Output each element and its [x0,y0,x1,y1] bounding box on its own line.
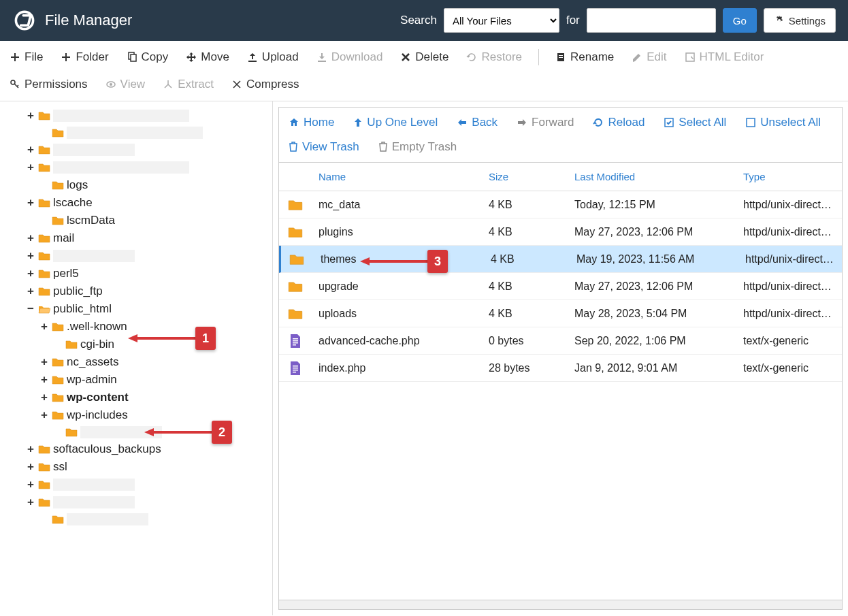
tree-item-wp-includes[interactable]: +wp-includes [26,406,272,424]
back-button[interactable]: Back [455,113,499,132]
callout-2: 2 [212,421,232,444]
folder-icon [288,280,303,293]
move-button[interactable]: Move [184,46,231,68]
compress-icon [231,79,242,90]
arrow-3 [360,255,428,268]
tree-item-softaculous[interactable]: +softaculous_backups [26,440,272,458]
tree-item[interactable]: + [26,247,272,265]
view-trash-button[interactable]: View Trash [287,137,361,157]
svg-marker-19 [144,428,154,436]
trash-icon [378,142,388,152]
grid-header[interactable]: Name Size Last Modified Type [279,163,842,191]
arrow-1 [128,331,196,345]
search-input[interactable] [587,8,716,33]
rename-button[interactable]: Rename [554,46,615,68]
tree-item-public-ftp[interactable]: +public_ftp [26,282,272,300]
extract-button: Extract [161,74,215,95]
tree-item-nc-assets[interactable]: +nc_assets [26,353,272,371]
svg-point-13 [110,83,112,86]
col-size[interactable]: Size [482,163,568,191]
forward-icon [517,118,527,127]
reload-icon [593,117,604,128]
file-button[interactable]: File [8,46,44,68]
tree-item-ssl[interactable]: +ssl [26,458,272,476]
content-toolbar: Home Up One Level Back Forward Reload Se… [278,107,843,163]
folder-tree[interactable]: + + + logs +lscache lscmData +mail + +pe… [0,101,272,615]
home-button[interactable]: Home [287,113,336,132]
tree-item[interactable] [26,511,272,528]
plus-icon [61,52,71,63]
restore-button: Restore [465,46,523,68]
settings-button[interactable]: Settings [764,8,836,33]
download-icon [316,52,327,63]
permissions-button[interactable]: Permissions [8,74,89,95]
arrow-2 [144,425,212,439]
edit-icon [632,52,642,63]
file-row[interactable]: uploads4 KBMay 28, 2023, 5:04 PMhttpd/un… [279,300,842,327]
check-icon [664,117,674,128]
copy-button[interactable]: Copy [125,46,170,68]
search-scope-select[interactable]: All Your Files [444,8,559,33]
view-button: View [104,74,147,95]
tree-item-lscache[interactable]: +lscache [26,194,272,212]
col-name[interactable]: Name [312,163,482,191]
content-panel: Home Up One Level Back Forward Reload Se… [272,101,848,615]
upload-button[interactable]: Upload [246,46,300,68]
move-icon [186,52,197,63]
file-row[interactable]: upgrade4 KBMay 27, 2023, 12:06 PMhttpd/u… [279,273,842,300]
folder-button[interactable]: Folder [59,46,110,68]
home-icon [289,117,299,128]
edit-button: Edit [630,46,668,68]
plus-icon [10,52,20,63]
file-icon [289,334,301,348]
col-modified[interactable]: Last Modified [568,163,736,191]
go-button[interactable]: Go [723,8,757,33]
svg-rect-8 [559,55,563,56]
main-toolbar: File Folder Copy Move Upload Download De… [0,41,848,101]
tree-item[interactable]: + [26,107,272,125]
svg-rect-9 [559,57,563,58]
restore-icon [466,52,477,63]
tree-item-lscmdata[interactable]: lscmData [26,212,272,229]
file-row[interactable]: mc_data4 KBToday, 12:15 PMhttpd/unix-dir… [279,191,842,218]
tree-item[interactable]: + [26,141,272,159]
tree-item-perl5[interactable]: +perl5 [26,265,272,282]
file-row[interactable]: advanced-cache.php0 bytesSep 20, 2022, 1… [279,327,842,355]
svg-rect-15 [747,118,755,127]
tree-item[interactable]: + [26,159,272,176]
callout-1: 1 [195,327,216,350]
tree-item[interactable]: + [26,476,272,493]
unselect-all-button[interactable]: Unselect All [744,113,822,132]
tree-item-logs[interactable]: logs [26,176,272,194]
key-icon [10,79,20,90]
svg-marker-17 [128,334,137,342]
tree-item[interactable]: + [26,493,272,511]
gear-icon [774,15,785,26]
file-icon [289,361,301,376]
download-button: Download [315,46,385,68]
uncheck-icon [745,117,756,128]
eye-icon [105,79,116,90]
for-label: for [566,14,580,27]
svg-rect-10 [686,53,694,61]
col-type[interactable]: Type [736,163,842,191]
compress-button[interactable]: Compress [230,74,300,95]
tree-item[interactable] [26,125,272,141]
select-all-button[interactable]: Select All [662,113,728,132]
up-button[interactable]: Up One Level [352,113,439,132]
back-icon [457,118,468,127]
tree-item-mail[interactable]: +mail [26,229,272,247]
tree-item-wp-admin[interactable]: +wp-admin [26,371,272,389]
horizontal-scrollbar[interactable] [278,600,843,610]
delete-button[interactable]: Delete [399,46,450,68]
trash-icon [289,142,298,152]
file-grid: Name Size Last Modified Type mc_data4 KB… [278,163,843,600]
svg-marker-21 [360,257,370,265]
tree-item-wp-content[interactable]: +wp-content [26,389,272,406]
reload-button[interactable]: Reload [591,113,646,132]
file-row[interactable]: index.php28 bytesJan 9, 2012, 9:01 AMtex… [279,355,842,382]
search-area: Search All Your Files for Go Settings [400,8,836,33]
folder-icon [289,253,304,265]
tree-item-public-html[interactable]: −public_html [26,300,272,318]
file-row[interactable]: plugins4 KBMay 27, 2023, 12:06 PMhttpd/u… [279,218,842,246]
